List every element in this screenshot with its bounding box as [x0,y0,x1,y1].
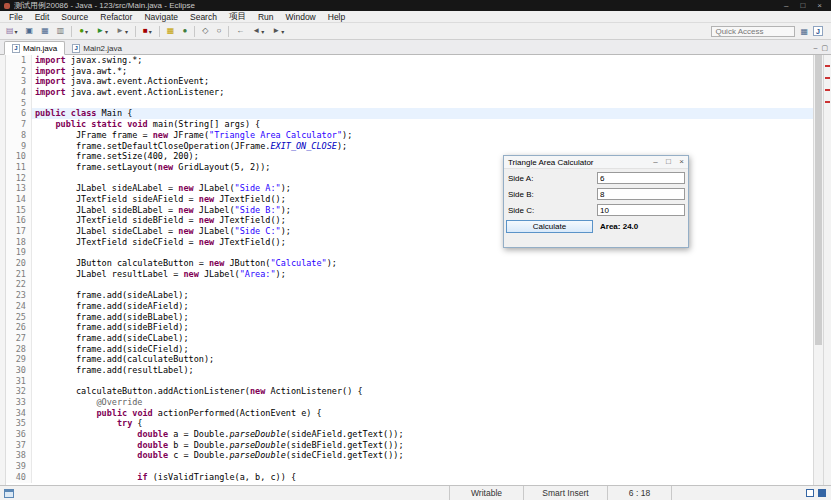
vertical-scrollbar[interactable] [813,55,823,485]
code-token: new [178,205,193,215]
code-line[interactable]: 35 try { [6,418,813,429]
forward-icon[interactable]: ►▾ [269,25,287,38]
dialog-maximize-icon[interactable]: □ [662,156,675,168]
side-a-input[interactable] [597,172,685,184]
dialog-titlebar[interactable]: Triangle Area Calculator – □ × [504,156,688,169]
menu-item-8[interactable]: Window [280,12,322,22]
back-icon[interactable]: ◄▾ [249,25,267,38]
code-line[interactable]: 23 frame.add(sideALabel); [6,290,813,301]
menu-item-2[interactable]: Source [55,12,94,22]
code-line[interactable]: 26 frame.add(sideBField); [6,322,813,333]
code-line[interactable]: 27 frame.add(sideCLabel); [6,333,813,344]
code-token: main(String[] args) { [148,119,261,129]
code-line[interactable]: 11 frame.setLayout(new GridLayout(5, 2))… [6,162,813,173]
code-line[interactable]: 19 [6,247,813,258]
code-area[interactable]: 1import javax.swing.*;2import java.awt.*… [6,55,813,485]
code-line[interactable]: 40 if (isValidTriangle(a, b, c)) { [6,472,813,483]
calculate-button[interactable]: Calculate [506,220,593,233]
code-line[interactable]: 8 JFrame frame = new JFrame("Triangle Ar… [6,130,813,141]
code-line[interactable]: 25 frame.add(sideBLabel); [6,312,813,323]
code-line[interactable]: 34 public void actionPerformed(ActionEve… [6,408,813,419]
minimize-window-icon[interactable]: – [784,1,788,10]
code-line[interactable]: 4import java.awt.event.ActionListener; [6,87,813,98]
tab-main2-java[interactable]: JMain2.java [65,41,129,55]
code-line[interactable]: 7 public static void main(String[] args)… [6,119,813,130]
save-all-icon[interactable]: ▦ [38,25,52,38]
code-line[interactable]: 18 JTextField sideCField = new JTextFiel… [6,237,813,248]
search-icon[interactable]: ○ [213,25,224,38]
overview-marker[interactable] [825,65,830,67]
tab-main-java[interactable]: JMain.java [4,41,65,55]
search-glyph: ○ [216,27,221,35]
code-line[interactable]: 36 double a = Double.parseDouble(sideAFi… [6,429,813,440]
debug-icon[interactable]: ●▾ [76,25,91,38]
code-line[interactable]: 21 JLabel resultLabel = new JLabel("Area… [6,269,813,280]
minimized-view-icon[interactable] [4,489,14,498]
quick-access-input[interactable]: Quick Access [711,26,795,37]
code-line[interactable]: 9 frame.setDefaultCloseOperation(JFrame.… [6,141,813,152]
code-line[interactable]: 31 [6,376,813,387]
code-line[interactable]: 5 [6,98,813,109]
dialog-close-icon[interactable]: × [675,156,688,168]
code-line[interactable]: 22 [6,279,813,290]
java-perspective-icon[interactable]: J [813,26,823,36]
overview-ruler[interactable] [823,55,831,485]
overview-marker[interactable] [825,77,830,79]
status-icon-b[interactable] [818,489,826,497]
code-line[interactable]: 24 frame.add(sideAField); [6,301,813,312]
menu-item-1[interactable]: Edit [29,12,56,22]
minimize-editor-icon[interactable]: – [813,44,817,51]
menu-item-9[interactable]: Help [322,12,351,22]
code-line[interactable]: 13 JLabel sideALabel = new JLabel("Side … [6,183,813,194]
code-line[interactable]: 14 JTextField sideAField = new JTextFiel… [6,194,813,205]
line-number: 28 [6,344,32,355]
side-c-input[interactable] [597,204,685,216]
code-line[interactable]: 32 calculateButton.addActionListener(new… [6,386,813,397]
dialog-minimize-icon[interactable]: – [649,156,662,168]
code-line[interactable]: 3import java.awt.event.ActionEvent; [6,76,813,87]
menu-item-0[interactable]: File [3,12,29,22]
run-external-tools-icon[interactable]: ►▾ [113,25,131,38]
new-java-package-icon[interactable]: ▦ [164,25,178,38]
print-icon[interactable]: ▥ [54,25,68,38]
overview-marker[interactable] [825,89,830,91]
menu-item-3[interactable]: Refactor [94,12,138,22]
maximize-window-icon[interactable]: □ [800,1,805,10]
code-line[interactable]: 38 double c = Double.parseDouble(sideCFi… [6,450,813,461]
menu-item-5[interactable]: Search [184,12,223,22]
run-icon[interactable]: ►▾ [93,25,111,38]
maximize-editor-icon[interactable]: ▢ [821,44,828,51]
open-type-icon[interactable]: ◇ [199,25,211,38]
code-line[interactable]: 39 [6,461,813,472]
code-token: new [178,183,193,193]
code-line[interactable]: 12 [6,173,813,184]
code-line[interactable]: 10 frame.setSize(400, 200); [6,151,813,162]
code-line[interactable]: 29 frame.add(calculateButton); [6,354,813,365]
code-line[interactable]: 2import java.awt.*; [6,66,813,77]
menu-item-4[interactable]: Navigate [138,12,184,22]
code-line[interactable]: 15 JLabel sideBLabel = new JLabel("Side … [6,205,813,216]
menu-item-7[interactable]: Run [252,12,280,22]
menu-item-6[interactable]: 项目 [223,11,252,23]
new-java-class-icon[interactable]: ● [179,25,190,38]
save-icon[interactable]: ▣ [23,25,37,38]
open-perspective-icon[interactable]: ▦ [800,27,808,36]
insert-mode-status: Smart Insert [523,486,607,500]
new-wizard-icon[interactable]: ▤▾ [3,25,21,38]
code-line[interactable]: 1import javax.swing.*; [6,55,813,66]
code-line[interactable]: 28 frame.add(sideCField); [6,344,813,355]
code-line[interactable]: 16 JTextField sideBField = new JTextFiel… [6,215,813,226]
coverage-icon[interactable]: ■▾ [140,25,155,38]
last-edit-location-icon[interactable]: ← [233,25,247,38]
code-line[interactable]: 30 frame.add(resultLabel); [6,365,813,376]
scrollbar-thumb[interactable] [815,55,822,345]
code-line[interactable]: 6public class Main { [6,108,813,119]
side-b-input[interactable] [597,188,685,200]
close-window-icon[interactable]: × [817,1,822,10]
status-icon-a[interactable] [806,489,814,497]
code-line[interactable]: 33 @Override [6,397,813,408]
overview-marker[interactable] [825,101,830,103]
code-line[interactable]: 17 JLabel sideCLabel = new JLabel("Side … [6,226,813,237]
code-line[interactable]: 20 JButton calculateButton = new JButton… [6,258,813,269]
code-line[interactable]: 37 double b = Double.parseDouble(sideBFi… [6,440,813,451]
